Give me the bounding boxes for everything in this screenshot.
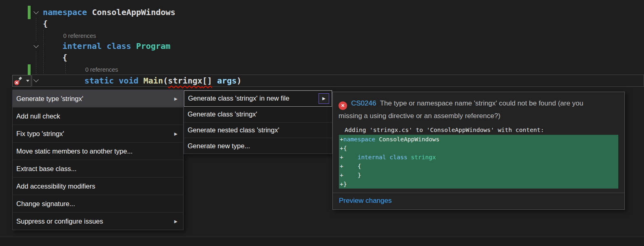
indent-guide (43, 30, 44, 73)
diff-text: { (343, 145, 347, 152)
menu-item-label: Generate new type... (188, 142, 250, 150)
fold-chevron-icon[interactable] (33, 9, 39, 14)
preview-changes-link[interactable]: Preview changes (339, 197, 392, 204)
menu-item-label: Extract base class... (16, 165, 77, 173)
menu-item-label: Move static members to another type... (16, 147, 133, 155)
diff-text: ConsoleAppWindows (375, 136, 439, 143)
code-line-open-brace[interactable]: { (62, 52, 67, 63)
diff-line: +} (339, 180, 618, 189)
keyword-internal: internal (62, 41, 106, 51)
namespace-name: ConsoleAppWindows (87, 7, 175, 17)
menu-item-label: Change signature... (16, 200, 75, 208)
error-squiggle-span: stringx[] (168, 76, 212, 86)
keyword-void: void (119, 76, 143, 86)
menu-item-extract-base-class[interactable]: Extract base class... (13, 160, 183, 178)
diff-line: +namespace ConsoleAppWindows (339, 135, 618, 144)
menu-item-label: Suppress or configure issues (16, 217, 103, 225)
error-code: CS0246 (351, 99, 376, 107)
preview-content: Adding 'stringx.cs' to 'ConsoleAppWindow… (339, 125, 618, 189)
preview-link-row: Preview changes (333, 193, 624, 209)
diff-text: } (343, 172, 361, 178)
diff-line: + } (339, 171, 618, 180)
submenu-item-generate-class[interactable]: Generate class 'stringx' (184, 107, 332, 123)
code-line-class-declaration[interactable]: internal class Program (62, 40, 170, 52)
diff-line: + { (339, 162, 618, 171)
diff-line: + internal class stringx (339, 153, 618, 162)
diff-marker: + (340, 172, 343, 178)
method-name: Main (144, 76, 163, 86)
menu-item-label: Generate nested class 'stringx' (188, 126, 279, 134)
indent-guide (36, 18, 36, 41)
menu-item-add-null-check[interactable]: Add null check (13, 108, 183, 125)
preview-content-header: Adding 'stringx.cs' to 'ConsoleAppWindow… (339, 125, 618, 134)
submenu-item-generate-nested-class[interactable]: Generate nested class 'stringx' (184, 123, 332, 138)
error-icon: ✕ (339, 101, 347, 110)
diagnostic-message: ✕CS0246The type or namespace name 'strin… (333, 92, 624, 124)
change-bar (28, 6, 31, 19)
submenu-arrow-icon: ▶ (174, 132, 177, 136)
diff-text: { (343, 163, 361, 169)
menu-item-fix-typo[interactable]: Fix typo 'stringx' ▶ (13, 125, 183, 143)
diff-marker: + (340, 145, 343, 152)
paren: ) (237, 76, 241, 86)
menu-item-label: Generate type 'stringx' (16, 95, 83, 103)
menu-item-suppress-configure-issues[interactable]: Suppress or configure issues ▶ (13, 213, 183, 230)
dropdown-arrow-icon (26, 80, 29, 82)
vs-code-editor-screen: namespace ConsoleAppWindows { 0 referenc… (0, 0, 644, 246)
screwdriver-error-icon (14, 77, 23, 86)
generate-type-submenu: Generate class 'stringx' in new file ▶ G… (184, 90, 332, 154)
diff-marker: + (340, 181, 343, 187)
menu-item-generate-type[interactable]: Generate type 'stringx' ▶ (13, 90, 183, 108)
brace: { (62, 53, 67, 62)
keyword-static: static (84, 76, 119, 86)
change-bar (28, 64, 31, 75)
fold-chevron-icon[interactable] (33, 43, 39, 48)
keyword-class: class (106, 41, 136, 51)
menu-item-add-accessibility-modifiers[interactable]: Add accessibility modifiers (13, 178, 183, 195)
codelens-references-link[interactable]: 0 references (63, 32, 96, 40)
bottom-strip (0, 237, 644, 246)
diff-marker: + (340, 163, 343, 169)
class-name: Program (136, 41, 170, 51)
menu-item-label: Add null check (16, 112, 60, 120)
menu-item-label: Add accessibility modifiers (16, 182, 95, 190)
parameter-name: args (217, 76, 237, 86)
paren: ( (163, 76, 168, 86)
code-line-namespace[interactable]: namespace ConsoleAppWindows (43, 7, 175, 18)
quick-actions-menu: Generate type 'stringx' ▶ Add null check… (12, 90, 184, 230)
brace: { (43, 19, 48, 29)
submenu-arrow-icon: ▶ (174, 97, 177, 101)
array-brackets: [] (202, 76, 212, 86)
diff-keyword: internal class (358, 154, 411, 160)
menu-item-change-signature[interactable]: Change signature... (13, 195, 183, 213)
diff-line: +{ (339, 144, 618, 153)
menu-item-label: Fix typo 'stringx' (16, 130, 64, 138)
codelens-references-link[interactable]: 0 references (85, 66, 118, 74)
unresolved-type-name: stringx (168, 76, 202, 86)
keyword-namespace: namespace (43, 7, 87, 17)
menu-item-label: Generate class 'stringx' (188, 110, 257, 118)
submenu-arrow-icon: ▶ (174, 219, 177, 224)
diff-text (343, 154, 358, 160)
diff-marker: + (340, 136, 343, 143)
diff-keyword: namespace (343, 136, 376, 143)
diff-added-block: +namespace ConsoleAppWindows +{ + intern… (339, 135, 618, 189)
diff-type: stringx (411, 154, 436, 160)
diff-marker: + (340, 154, 343, 160)
submenu-item-generate-new-type[interactable]: Generate new type... (184, 138, 332, 154)
preview-panel: ✕CS0246The type or namespace name 'strin… (332, 92, 625, 210)
code-line-main-declaration[interactable]: static void Main(stringx[]args) (84, 75, 241, 87)
indent-guide (65, 62, 66, 73)
diff-text: } (343, 181, 347, 187)
code-line-open-brace[interactable]: { (43, 18, 48, 29)
preview-flyout-button[interactable]: ▶ (319, 93, 329, 104)
quick-actions-button[interactable] (12, 75, 31, 87)
menu-item-move-static-members[interactable]: Move static members to another type... (13, 143, 183, 160)
menu-item-label: Generate class 'stringx' in new file (188, 94, 289, 102)
indent-guide (36, 51, 36, 75)
submenu-item-generate-class-new-file[interactable]: Generate class 'stringx' in new file ▶ (184, 90, 332, 107)
